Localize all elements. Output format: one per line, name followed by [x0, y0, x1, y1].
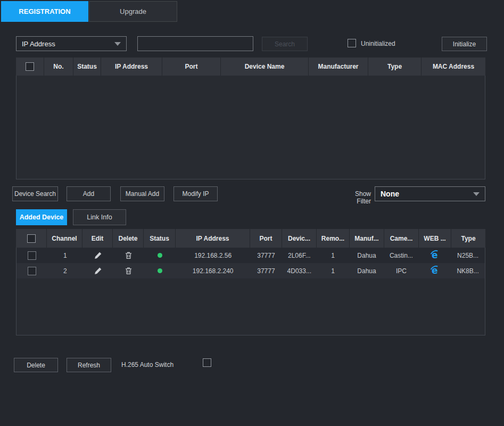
camera-name-cell: IPC [384, 263, 418, 278]
ip-cell: 192.168.2.240 [176, 263, 250, 278]
col-ip-address: IP Address [101, 58, 162, 76]
type-cell: NK8B... [451, 263, 485, 278]
ie-browser-icon[interactable]: e [432, 266, 438, 275]
col-type: Type [368, 58, 422, 76]
trash-icon[interactable] [123, 250, 134, 261]
port-cell: 37777 [250, 263, 282, 278]
chevron-down-icon [473, 192, 480, 196]
row-checkbox[interactable] [28, 251, 36, 260]
col-port: Port [250, 229, 282, 248]
col-web: WEB ... [419, 229, 451, 248]
col-port: Port [162, 58, 221, 76]
added-table-header: Channel Edit Delete Status IP Address Po… [16, 229, 485, 248]
channel-cell: 1 [47, 248, 83, 263]
remote-ch-cell: 1 [317, 248, 350, 263]
row-checkbox[interactable] [28, 267, 36, 275]
search-type-value: IP Address [22, 40, 55, 48]
table-row: 1 192.168.2.56 37777 2L06F... 1 Dahua Ca… [16, 248, 485, 263]
h265-auto-switch-checkbox[interactable] [203, 358, 211, 367]
select-all-discovery-checkbox[interactable] [26, 62, 34, 71]
registration-screen: REGISTRATION Upgrade IP Address Search U… [0, 0, 504, 426]
camera-name-cell: Castin... [384, 248, 418, 263]
tab-added-device[interactable]: Added Device [16, 209, 67, 225]
col-type: Type [451, 229, 485, 248]
add-button[interactable]: Add [67, 186, 111, 201]
tab-link-info[interactable]: Link Info [73, 209, 126, 225]
col-remote-ch: Remo... [317, 229, 350, 248]
col-channel: Channel [47, 229, 82, 248]
show-filter-label: Show Filter [341, 190, 371, 205]
initialize-button[interactable]: Initialize [442, 37, 487, 51]
status-dot [158, 253, 162, 258]
device-search-button[interactable]: Device Search [12, 186, 58, 201]
col-device-name: Device Name [221, 58, 309, 76]
col-manufacturer: Manuf... [350, 229, 384, 248]
manufacturer-cell: Dahua [350, 248, 384, 263]
col-status: Status [144, 229, 176, 248]
col-no: No. [44, 58, 73, 76]
refresh-button[interactable]: Refresh [67, 358, 111, 372]
channel-cell: 2 [47, 263, 83, 278]
status-dot [158, 268, 162, 273]
search-button[interactable]: Search [262, 37, 308, 51]
modify-ip-button[interactable]: Modify IP [173, 186, 218, 201]
trash-icon[interactable] [123, 266, 134, 276]
show-filter-dropdown[interactable]: None [375, 186, 485, 201]
uninitialized-checkbox[interactable] [348, 39, 356, 47]
added-table-body: 1 192.168.2.56 37777 2L06F... 1 Dahua Ca… [16, 248, 485, 335]
col-ip-address: IP Address [176, 229, 250, 248]
remote-ch-cell: 1 [317, 263, 350, 278]
h265-auto-switch-label: H.265 Auto Switch [121, 361, 173, 368]
col-device-name: Devic... [282, 229, 317, 248]
col-camera-name: Came... [384, 229, 419, 248]
col-manufacturer: Manufacturer [309, 58, 368, 76]
col-delete: Delete [113, 229, 144, 248]
type-cell: N25B... [451, 248, 485, 263]
delete-button[interactable]: Delete [14, 358, 58, 372]
table-row: 2 192.168.2.240 37777 4D033... 1 Dahua I… [16, 263, 485, 278]
select-all-added-checkbox[interactable] [27, 234, 36, 243]
ie-browser-icon[interactable]: e [432, 251, 438, 260]
discovery-table-body [16, 76, 485, 179]
discovery-table-header: No. Status IP Address Port Device Name M… [16, 58, 485, 76]
uninitialized-label: Uninitialized [361, 40, 395, 47]
show-filter-value: None [381, 190, 399, 198]
tab-registration[interactable]: REGISTRATION [1, 1, 88, 22]
col-status: Status [73, 58, 101, 76]
ip-cell: 192.168.2.56 [176, 248, 250, 263]
device-name-cell: 4D033... [282, 263, 317, 278]
manual-add-button[interactable]: Manual Add [120, 186, 164, 201]
pencil-icon[interactable] [93, 250, 103, 261]
search-type-dropdown[interactable]: IP Address [16, 36, 127, 51]
added-device-table: Channel Edit Delete Status IP Address Po… [16, 229, 485, 335]
col-mac-address: MAC Address [422, 58, 485, 76]
discovery-table: No. Status IP Address Port Device Name M… [16, 58, 485, 179]
col-edit: Edit [82, 229, 113, 248]
device-name-cell: 2L06F... [282, 248, 317, 263]
pencil-icon[interactable] [93, 266, 103, 276]
chevron-down-icon [114, 42, 121, 46]
port-cell: 37777 [250, 248, 282, 263]
search-input[interactable] [137, 36, 253, 51]
manufacturer-cell: Dahua [350, 263, 384, 278]
tab-upgrade[interactable]: Upgrade [89, 1, 177, 22]
